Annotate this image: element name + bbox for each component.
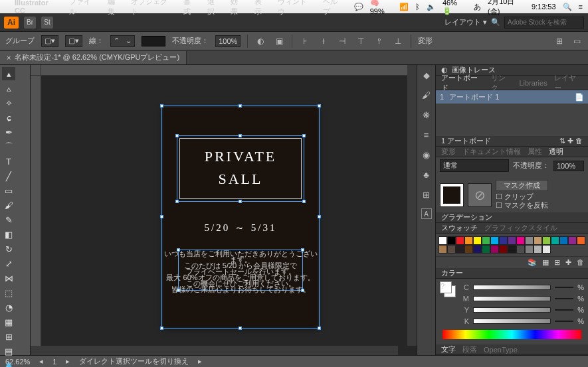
- dock-brush-icon[interactable]: 🖌: [421, 89, 433, 101]
- c-value[interactable]: [555, 287, 573, 288]
- tab-graphicstyles[interactable]: グラフィックスタイル: [484, 223, 557, 233]
- swatch[interactable]: [482, 236, 490, 245]
- stock-icon[interactable]: St: [41, 17, 53, 29]
- align-hcenter-icon[interactable]: ⫲: [318, 35, 330, 47]
- tab-transparency[interactable]: 透明: [549, 147, 563, 157]
- swatch[interactable]: [499, 236, 508, 245]
- swatch[interactable]: [439, 245, 447, 254]
- canvas[interactable]: PRIVATE SALL 5/20 ～ 5/31 いつも当店をご利用いただきあり…: [31, 65, 417, 355]
- battery[interactable]: 46% 🔋: [442, 0, 467, 15]
- swatch[interactable]: [542, 236, 551, 245]
- swatch[interactable]: [542, 245, 551, 254]
- dock-color-icon[interactable]: ◆: [421, 69, 433, 81]
- swatch-lib-icon[interactable]: 📚: [528, 258, 537, 267]
- bridge-icon[interactable]: Br: [24, 17, 36, 29]
- tab-color[interactable]: カラー: [441, 268, 463, 278]
- selection-tool[interactable]: ▴: [2, 67, 15, 80]
- y-slider[interactable]: [473, 307, 551, 313]
- shaper-tool[interactable]: ✎: [2, 213, 15, 226]
- lasso-tool[interactable]: ɕ: [2, 111, 15, 124]
- swatch[interactable]: [534, 245, 542, 254]
- swatch[interactable]: [490, 236, 499, 245]
- menu-window[interactable]: ウィンドウ: [278, 0, 314, 17]
- opacity-input[interactable]: 100%: [215, 35, 241, 47]
- swatch[interactable]: [525, 236, 534, 245]
- time[interactable]: 9:13:53: [532, 3, 556, 11]
- gradient-tool[interactable]: ▤: [2, 344, 15, 358]
- k-slider[interactable]: [473, 319, 551, 324]
- app-name[interactable]: Illustrator CC: [15, 0, 60, 15]
- swatch[interactable]: [456, 245, 464, 254]
- rotate-tool[interactable]: ↻: [2, 242, 15, 256]
- blend-mode-select[interactable]: 通常: [440, 159, 509, 172]
- transform-link[interactable]: 変形: [418, 36, 433, 46]
- make-mask-button[interactable]: マスク作成: [496, 180, 548, 191]
- artboard-nav-next[interactable]: ▸: [66, 357, 70, 366]
- stroke-weight[interactable]: ⌃ ⌄: [110, 35, 135, 47]
- canvas-scroll-v[interactable]: [407, 65, 417, 346]
- swatch[interactable]: [516, 236, 525, 245]
- swatch[interactable]: [534, 236, 542, 245]
- dock-align-icon[interactable]: ⊞: [421, 188, 433, 200]
- direct-select-tool[interactable]: ▵: [2, 82, 15, 95]
- ruler-vertical[interactable]: [31, 76, 41, 355]
- pen-tool[interactable]: ✒: [2, 125, 15, 139]
- swatch[interactable]: [508, 236, 516, 245]
- rectangle-tool[interactable]: ▭: [2, 184, 15, 197]
- ruler-horizontal[interactable]: [41, 65, 417, 76]
- type-tool[interactable]: T: [2, 155, 15, 168]
- swatch[interactable]: [525, 245, 534, 254]
- panel-menu-icon[interactable]: ▭: [571, 35, 583, 47]
- color-spectrum[interactable]: [442, 330, 581, 339]
- tab-swatches[interactable]: スウォッチ: [441, 223, 478, 233]
- m-value[interactable]: [555, 298, 573, 299]
- close-icon[interactable]: ×: [7, 54, 11, 62]
- swatch[interactable]: [464, 236, 473, 245]
- tab-gradient[interactable]: グラデーション: [441, 212, 492, 222]
- menu-edit[interactable]: 編集: [108, 0, 122, 17]
- menu-effect[interactable]: 効果: [231, 0, 245, 17]
- tab-paragraph[interactable]: 段落: [462, 344, 477, 354]
- swatch[interactable]: [482, 245, 490, 254]
- style-icon[interactable]: ▣: [273, 35, 285, 47]
- artboard[interactable]: PRIVATE SALL 5/20 ～ 5/31 いつも当店をご利用いただきあり…: [163, 108, 318, 327]
- swatch[interactable]: [559, 236, 568, 245]
- align-right-icon[interactable]: ⊣: [336, 35, 348, 47]
- c-slider[interactable]: [473, 285, 551, 290]
- panel-toggle-icon[interactable]: ⊞: [553, 35, 565, 47]
- dock-appearance-icon[interactable]: ◉: [421, 149, 433, 161]
- align-top-icon[interactable]: ⊤: [355, 35, 367, 47]
- bt-icon[interactable]: ᛒ: [415, 3, 420, 11]
- brush-tool[interactable]: 🖌: [2, 198, 15, 212]
- menu-file[interactable]: ファイル: [69, 0, 98, 17]
- stock-search-input[interactable]: [504, 17, 584, 29]
- dock-char-icon[interactable]: A: [421, 208, 432, 219]
- swatch-options-icon[interactable]: ⊞: [554, 258, 560, 267]
- object-thumb[interactable]: [440, 183, 464, 207]
- tab-attributes[interactable]: 属性: [528, 147, 542, 157]
- k-value[interactable]: [555, 321, 573, 322]
- tab-character[interactable]: 文字: [441, 344, 456, 354]
- zoom-level[interactable]: 62.62%: [5, 358, 30, 366]
- artboard-current[interactable]: 1: [52, 358, 56, 366]
- swatch[interactable]: [516, 245, 525, 254]
- tab-artboards[interactable]: アートボード: [441, 73, 484, 93]
- layout-select[interactable]: レイアウト ▾: [444, 17, 487, 27]
- swatch[interactable]: [551, 236, 559, 245]
- tab-libraries[interactable]: Libraries: [519, 79, 547, 87]
- status-more[interactable]: ▸: [198, 357, 202, 366]
- fill-dropdown[interactable]: ▢▾: [41, 35, 58, 47]
- tab-docinfo[interactable]: ドキュメント情報: [462, 147, 521, 157]
- menu-select[interactable]: 選択: [207, 0, 222, 17]
- swatch-menu-icon[interactable]: ▦: [542, 258, 549, 267]
- tab-layers[interactable]: レイヤー: [554, 73, 583, 93]
- t-opacity-input[interactable]: 100%: [553, 161, 584, 171]
- dock-graphic-icon[interactable]: ♣: [421, 169, 433, 181]
- spotlight-icon[interactable]: 🔍: [563, 3, 572, 11]
- swatch[interactable]: [508, 245, 516, 254]
- mesh-tool[interactable]: ⊞: [2, 330, 15, 343]
- tab-links[interactable]: リンク: [491, 73, 513, 93]
- swatch[interactable]: [568, 236, 577, 245]
- align-vcenter-icon[interactable]: ⫯: [373, 35, 385, 47]
- curvature-tool[interactable]: ⌒: [2, 140, 15, 153]
